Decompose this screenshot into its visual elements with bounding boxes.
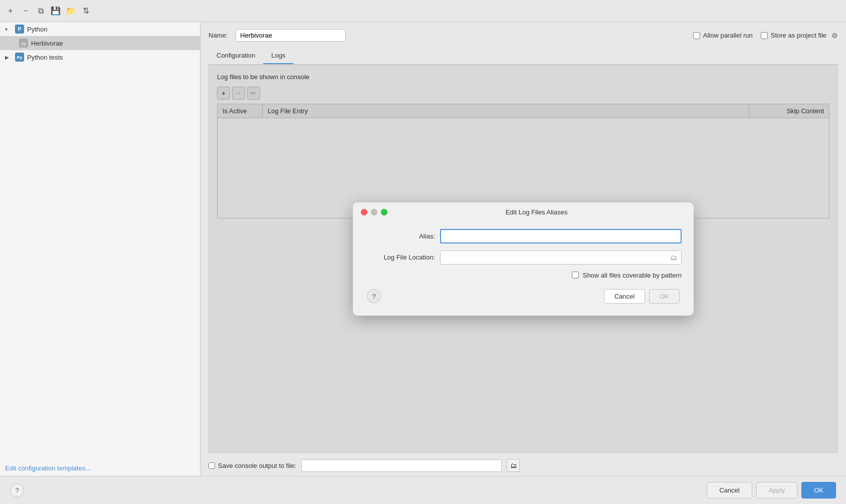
modal-help-button[interactable]: ? bbox=[367, 289, 381, 303]
alias-field-row: Alias: bbox=[365, 229, 682, 243]
save-console-folder-button[interactable]: 🗂 bbox=[507, 459, 520, 472]
save-console-input[interactable] bbox=[301, 459, 502, 472]
expand-arrow-python-tests-icon: ▶ bbox=[5, 55, 12, 60]
sidebar: ▾ P Python py Herbivorae ▶ bbox=[0, 22, 200, 476]
modal-ok-button[interactable]: OK bbox=[649, 289, 680, 304]
name-label: Name: bbox=[208, 32, 228, 39]
location-label: Log File Location: bbox=[365, 254, 435, 261]
apply-button[interactable]: Apply bbox=[756, 482, 798, 498]
modal-cancel-button[interactable]: Cancel bbox=[604, 289, 645, 304]
tabs: Configuration Logs bbox=[208, 48, 838, 65]
store-project-label[interactable]: Store as project file ⚙ bbox=[761, 32, 838, 40]
sort-config-button[interactable]: ⇅ bbox=[80, 6, 91, 17]
edit-config-templates-link[interactable]: Edit configuration templates... bbox=[0, 460, 200, 476]
header-row: Name: Allow parallel run Store as projec… bbox=[208, 29, 838, 42]
save-console-text: Save console output to file: bbox=[218, 462, 296, 469]
sidebar-item-python-tests[interactable]: ▶ Py Python tests bbox=[0, 50, 200, 64]
store-project-checkbox[interactable] bbox=[761, 32, 768, 39]
modal-maximize-button[interactable] bbox=[381, 209, 387, 215]
svg-text:P: P bbox=[18, 27, 22, 32]
name-input[interactable] bbox=[236, 29, 346, 42]
modal-titlebar: Edit Log Files Aliases bbox=[353, 202, 694, 221]
modal-footer: ? Cancel OK bbox=[365, 289, 682, 306]
help-button[interactable]: ? bbox=[10, 483, 24, 497]
show-files-label: Show all files coverable by pattern bbox=[583, 272, 682, 279]
herbivorae-icon: py bbox=[19, 39, 28, 48]
python-tests-icon: Py bbox=[15, 53, 24, 62]
modal-body: Alias: Log File Location: 🗂 bbox=[353, 221, 694, 316]
remove-config-button[interactable]: − bbox=[20, 6, 31, 17]
modal-overlay: Edit Log Files Aliases Alias: Log File L… bbox=[209, 65, 837, 452]
logs-panel: Log files to be shown in console + − ✏ I… bbox=[208, 65, 838, 453]
sidebar-item-herbivorae-label: Herbivorae bbox=[31, 40, 195, 47]
ok-button[interactable]: OK bbox=[801, 482, 836, 498]
main-layout: ▾ P Python py Herbivorae ▶ bbox=[0, 22, 846, 476]
bottom-section: Save console output to file: 🗂 bbox=[208, 453, 838, 476]
svg-text:Py: Py bbox=[17, 55, 22, 60]
python-icon: P bbox=[15, 25, 24, 34]
sidebar-item-python[interactable]: ▾ P Python bbox=[0, 22, 200, 36]
sidebar-item-herbivorae[interactable]: py Herbivorae bbox=[0, 36, 200, 50]
alias-input[interactable] bbox=[440, 229, 682, 243]
add-config-button[interactable]: + bbox=[5, 6, 16, 17]
traffic-lights bbox=[361, 209, 387, 215]
location-field-row: Log File Location: 🗂 bbox=[365, 250, 682, 265]
show-files-checkbox[interactable] bbox=[572, 272, 579, 279]
save-console-label: Save console output to file: bbox=[208, 462, 296, 469]
tab-logs[interactable]: Logs bbox=[263, 48, 293, 64]
cancel-button[interactable]: Cancel bbox=[707, 482, 752, 498]
location-input[interactable] bbox=[445, 254, 670, 261]
bottom-bar-right: Cancel Apply OK bbox=[707, 482, 836, 498]
copy-config-button[interactable]: ⧉ bbox=[35, 6, 46, 17]
save-config-button[interactable]: 💾 bbox=[50, 6, 61, 17]
edit-log-aliases-modal: Edit Log Files Aliases Alias: Log File L… bbox=[353, 202, 694, 316]
toolbar: + − ⧉ 💾 📁 ⇅ bbox=[0, 0, 846, 22]
sidebar-item-python-tests-label: Python tests bbox=[27, 54, 195, 61]
store-project-text: Store as project file bbox=[771, 32, 826, 39]
save-console-checkbox[interactable] bbox=[208, 462, 215, 469]
alias-label: Alias: bbox=[365, 232, 435, 240]
folder-config-button[interactable]: 📁 bbox=[65, 6, 76, 17]
allow-parallel-text: Allow parallel run bbox=[703, 32, 753, 39]
content-area: Name: Allow parallel run Store as projec… bbox=[200, 22, 846, 476]
location-folder-icon[interactable]: 🗂 bbox=[670, 254, 677, 262]
location-input-wrapper[interactable]: 🗂 bbox=[440, 250, 682, 265]
sidebar-item-python-label: Python bbox=[27, 26, 195, 33]
modal-close-button[interactable] bbox=[361, 209, 367, 215]
modal-minimize-button[interactable] bbox=[371, 209, 377, 215]
tab-configuration[interactable]: Configuration bbox=[208, 48, 263, 64]
modal-title: Edit Log Files Aliases bbox=[387, 208, 686, 216]
expand-arrow-icon: ▾ bbox=[5, 27, 12, 32]
show-files-checkbox-row: Show all files coverable by pattern bbox=[365, 272, 682, 279]
gear-icon[interactable]: ⚙ bbox=[831, 32, 838, 40]
allow-parallel-checkbox[interactable] bbox=[693, 32, 700, 39]
bottom-bar: ? Cancel Apply OK bbox=[0, 476, 846, 504]
header-right: Allow parallel run Store as project file… bbox=[693, 32, 838, 40]
modal-footer-buttons: Cancel OK bbox=[604, 289, 680, 304]
allow-parallel-label[interactable]: Allow parallel run bbox=[693, 32, 753, 39]
svg-text:py: py bbox=[21, 41, 26, 46]
